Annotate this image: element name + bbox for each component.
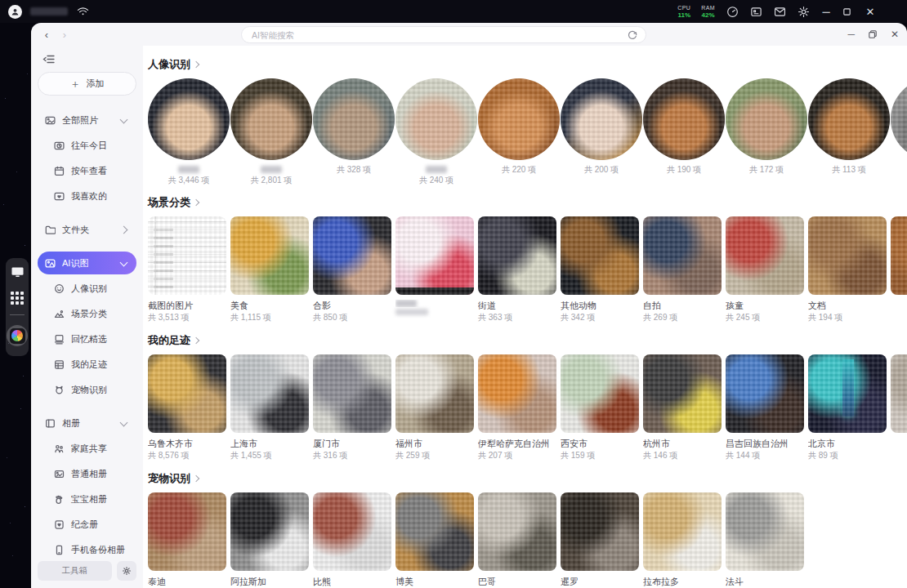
desktop-icon[interactable] (11, 266, 25, 278)
photo-thumbnail[interactable] (643, 354, 722, 433)
pet-item[interactable]: 巴哥 (478, 492, 556, 588)
photos-app-icon[interactable] (7, 325, 28, 346)
sidebar-item-ai-recognition[interactable]: AI识图 (38, 252, 136, 274)
sidebar-item-face-recognition[interactable]: 人像识别 (38, 277, 136, 300)
sidebar-item-footprints[interactable]: 我的足迹 (38, 353, 136, 376)
scene-item[interactable]: 文档共 194 项 (808, 216, 887, 323)
pet-item[interactable]: 暹罗 (561, 492, 639, 588)
sidebar-item-scene-classify[interactable]: 场景分类 (38, 302, 136, 325)
sidebar-item-phone-backup[interactable]: 手机备份相册 (38, 538, 136, 561)
pet-item[interactable]: 法斗 (726, 492, 804, 588)
photo-thumbnail[interactable] (148, 216, 226, 295)
photo-thumbnail[interactable] (230, 78, 312, 160)
footprint-item[interactable]: 昌吉回族自治州共 144 项 (726, 354, 804, 461)
scene-item[interactable]: 其他动物共 342 项 (561, 216, 639, 323)
photo-thumbnail[interactable] (808, 78, 890, 160)
back-button[interactable]: ‹ (38, 29, 56, 41)
launcher-grid-icon[interactable] (11, 292, 24, 305)
sidebar-item-albums[interactable]: 相册 (38, 412, 136, 434)
face-item[interactable]: 共 328 项 (313, 78, 395, 175)
scene-item[interactable]: 美食共 1,115 项 (230, 216, 309, 323)
pet-item[interactable]: 拉布拉多 (643, 492, 722, 588)
face-item[interactable]: 共 190 项 (643, 78, 725, 175)
photo-thumbnail[interactable] (726, 216, 804, 295)
photo-thumbnail[interactable] (230, 216, 309, 295)
scene-item[interactable] (891, 216, 907, 295)
sidebar-item-by-year[interactable]: 按年查看 (38, 159, 136, 182)
photo-thumbnail[interactable] (395, 78, 477, 160)
sidebar-item-normal-albums[interactable]: 普通相册 (38, 462, 136, 485)
photo-thumbnail[interactable] (891, 354, 907, 433)
face-item[interactable]: 共 3,446 项 (148, 78, 230, 185)
photo-thumbnail[interactable] (313, 354, 391, 433)
photo-thumbnail[interactable] (478, 492, 556, 571)
sidebar-item-all-photos[interactable]: 全部照片 (38, 109, 136, 131)
system-close-button[interactable]: ✕ (865, 7, 876, 17)
scene-item[interactable]: 合影共 850 项 (313, 216, 391, 323)
photo-thumbnail[interactable] (478, 78, 560, 160)
sidebar-item-folders[interactable]: 文件夹 (38, 218, 136, 241)
footprint-item[interactable]: 厦门市共 316 项 (313, 354, 391, 461)
footprint-item[interactable] (891, 354, 907, 433)
system-minimize-button[interactable]: ─ (820, 7, 832, 17)
photo-thumbnail[interactable] (561, 492, 639, 571)
sidebar-item-memories[interactable]: 回忆精选 (38, 327, 136, 350)
sidebar-item-family-share[interactable]: 家庭共享 (38, 437, 136, 460)
photo-thumbnail[interactable] (891, 78, 907, 160)
footprint-item[interactable]: 伊犁哈萨克自治州共 207 项 (478, 354, 556, 461)
toolbox-button[interactable]: 工具箱 (38, 561, 112, 581)
photo-thumbnail[interactable] (478, 216, 556, 295)
photo-thumbnail[interactable] (726, 492, 804, 571)
window-close-button[interactable]: ✕ (891, 29, 899, 39)
pet-item[interactable]: 阿拉斯加 (230, 492, 309, 588)
system-maximize-button[interactable] (842, 7, 854, 16)
photo-thumbnail[interactable] (561, 78, 642, 160)
photo-thumbnail[interactable] (643, 78, 725, 160)
footprint-item[interactable]: 上海市共 1,455 项 (230, 354, 309, 461)
photo-thumbnail[interactable] (808, 354, 887, 433)
scene-item[interactable]: 自拍共 269 项 (643, 216, 722, 323)
photo-thumbnail[interactable] (148, 354, 226, 433)
forward-button[interactable]: › (56, 29, 74, 41)
section-header-footprints[interactable]: 我的足迹 (148, 333, 907, 348)
add-button[interactable]: ＋ 添加 (38, 72, 136, 96)
ai-search-icon[interactable] (627, 29, 637, 40)
sidebar-item-memorial-book[interactable]: 纪念册 (38, 513, 136, 536)
scene-item[interactable]: 街道共 363 项 (478, 216, 556, 323)
collapse-sidebar-icon[interactable] (42, 54, 56, 65)
footprint-item[interactable]: 西安市共 159 项 (561, 354, 639, 461)
mail-icon[interactable] (773, 5, 786, 18)
footprint-item[interactable]: 福州市共 259 项 (395, 354, 474, 461)
system-monitor-icon[interactable] (726, 5, 739, 18)
scene-item[interactable] (395, 216, 474, 318)
photo-thumbnail[interactable] (313, 492, 391, 571)
photo-thumbnail[interactable] (148, 78, 230, 160)
photo-thumbnail[interactable] (643, 216, 722, 295)
pet-item[interactable]: 比熊 (313, 492, 391, 588)
section-header-faces[interactable]: 人像识别 (148, 57, 907, 72)
user-avatar[interactable] (8, 5, 22, 19)
cpu-meter[interactable]: CPU 11% (677, 5, 690, 19)
footprint-item[interactable]: 乌鲁木齐市共 8,576 项 (148, 354, 226, 461)
sidebar-item-baby-albums[interactable]: 宝宝相册 (38, 488, 136, 510)
search-input[interactable] (250, 29, 627, 41)
face-item[interactable]: 共 220 项 (478, 78, 560, 175)
photo-thumbnail[interactable] (808, 216, 887, 295)
photo-thumbnail[interactable] (230, 354, 309, 433)
photo-thumbnail[interactable] (726, 354, 804, 433)
input-method-icon[interactable] (749, 5, 762, 18)
window-maximize-button[interactable] (868, 29, 878, 39)
photo-thumbnail[interactable] (395, 354, 474, 433)
window-minimize-button[interactable]: ─ (847, 29, 855, 39)
face-item[interactable]: 共 240 项 (395, 78, 477, 185)
pet-item[interactable]: 泰迪 (148, 492, 226, 588)
settings-gear-icon[interactable] (797, 5, 810, 18)
photo-thumbnail[interactable] (726, 78, 807, 160)
pet-item[interactable]: 博美 (395, 492, 474, 588)
wifi-icon[interactable] (76, 5, 89, 18)
scene-item[interactable]: 孩童共 245 项 (726, 216, 804, 323)
photo-thumbnail[interactable] (478, 354, 556, 433)
photo-thumbnail[interactable] (148, 492, 226, 571)
search-bar[interactable] (241, 26, 646, 43)
section-header-scenes[interactable]: 场景分类 (148, 195, 907, 210)
